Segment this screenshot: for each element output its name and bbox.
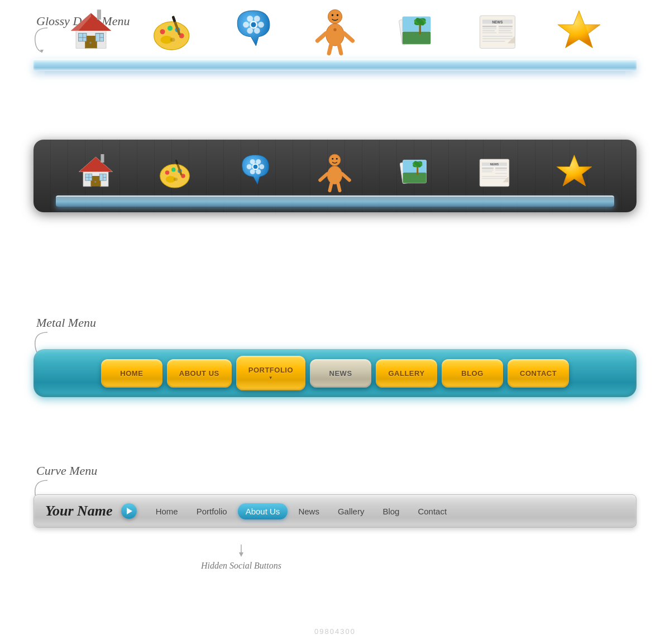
dock-icon-home[interactable] (66, 6, 116, 56)
dark-chat-icon (234, 151, 276, 193)
dark-dock-home[interactable] (75, 151, 117, 193)
dark-dock-news[interactable]: NEWS (473, 151, 515, 193)
svg-rect-62 (482, 39, 513, 40)
dark-dock-star[interactable] (553, 151, 595, 193)
svg-rect-121 (482, 178, 507, 179)
svg-rect-120 (482, 176, 507, 177)
svg-point-91 (256, 159, 261, 164)
glossy-shelf-reflection (45, 71, 625, 77)
svg-line-35 (344, 34, 352, 41)
dark-dock-person[interactable] (314, 151, 356, 193)
metal-btn-blog[interactable]: BLOG (442, 359, 503, 388)
svg-rect-22 (171, 16, 176, 22)
svg-rect-54 (482, 28, 496, 30)
svg-rect-85 (175, 159, 179, 165)
svg-point-86 (174, 178, 178, 181)
svg-rect-74 (103, 177, 106, 178)
metal-btn-home[interactable]: HOME (101, 359, 162, 388)
dock-icon-news[interactable]: NEWS (472, 6, 523, 56)
dark-dock-gallery[interactable] (394, 151, 436, 193)
curve-nav: Home Portfolio About Us News Gallery Blo… (148, 503, 625, 519)
svg-line-37 (339, 45, 341, 53)
svg-rect-6 (83, 34, 83, 41)
curve-nav-contact[interactable]: Contact (410, 503, 454, 519)
svg-point-39 (337, 14, 339, 16)
dock-icon-palette[interactable] (147, 6, 198, 56)
metal-btn-contact[interactable]: CONTACT (508, 359, 569, 388)
curve-play-button[interactable] (121, 503, 137, 519)
palette-icon (147, 6, 198, 56)
svg-point-93 (256, 169, 261, 174)
dock-icon-chat[interactable] (228, 6, 279, 56)
svg-rect-8 (99, 37, 103, 38)
svg-rect-106 (403, 173, 427, 183)
svg-point-18 (168, 26, 173, 31)
curve-nav-about[interactable]: About Us (238, 503, 288, 519)
curve-nav-news[interactable]: News (290, 503, 327, 519)
dark-dock-chat[interactable]: Blog (234, 151, 276, 193)
svg-point-23 (170, 38, 175, 42)
dock-icon-gallery[interactable]: Image Gallery (391, 6, 442, 56)
dark-star-icon (553, 151, 595, 193)
svg-line-34 (317, 34, 326, 41)
curve-menu-section: Curve Menu (36, 464, 97, 489)
metal-menu-label: Metal Menu (36, 316, 96, 330)
dark-dock-icons: Blog (56, 151, 614, 193)
dark-palette-icon (155, 151, 197, 193)
svg-text:NEWS: NEWS (490, 163, 499, 166)
metal-btn-news[interactable]: NEWS (310, 359, 371, 388)
svg-point-80 (165, 170, 170, 175)
curve-nav-gallery[interactable]: Gallery (330, 503, 372, 519)
svg-rect-55 (482, 30, 495, 31)
svg-point-30 (254, 28, 260, 34)
svg-point-92 (250, 169, 255, 174)
svg-rect-4 (78, 34, 86, 41)
dark-gallery-icon (394, 151, 436, 193)
svg-marker-126 (239, 552, 243, 557)
curve-nav-blog[interactable]: Blog (375, 503, 407, 519)
svg-point-12 (89, 42, 92, 44)
person-icon (310, 6, 360, 56)
metal-btn-gallery[interactable]: GALLERY (376, 359, 437, 388)
dark-dock-palette[interactable] (155, 151, 197, 193)
metal-btn-about[interactable]: ABOUT US (167, 359, 232, 388)
svg-point-27 (247, 16, 253, 22)
svg-line-99 (330, 184, 332, 191)
svg-rect-119 (495, 173, 507, 174)
svg-point-38 (332, 14, 334, 16)
svg-point-90 (250, 159, 255, 164)
metal-btn-portfolio[interactable]: PORTFOLIO ▼ (236, 356, 305, 390)
curve-nav-portfolio[interactable]: Portfolio (189, 503, 235, 519)
svg-point-76 (94, 181, 96, 183)
svg-rect-10 (99, 34, 103, 34)
gallery-icon (391, 6, 442, 56)
dock-icon-star[interactable] (554, 6, 604, 56)
svg-point-31 (251, 22, 256, 27)
svg-rect-13 (97, 9, 101, 20)
svg-point-25 (243, 22, 249, 28)
svg-rect-116 (482, 171, 492, 173)
svg-rect-114 (482, 168, 494, 169)
svg-point-17 (160, 29, 165, 34)
svg-rect-57 (499, 26, 513, 27)
dropdown-arrow-icon: ▼ (248, 375, 293, 380)
dock-icon-person[interactable] (310, 6, 360, 56)
svg-line-36 (329, 45, 331, 53)
svg-point-102 (336, 158, 338, 160)
svg-rect-11 (99, 34, 100, 41)
curve-nav-home[interactable]: Home (148, 503, 186, 519)
curve-menu-label: Curve Menu (36, 464, 97, 478)
glossy-shelf (34, 59, 636, 71)
glossy-dock-icons: Image Gallery NEWS (34, 6, 636, 56)
dark-dock-section: Blog (34, 140, 636, 212)
hidden-social-arrow (236, 545, 247, 559)
dark-home-icon (75, 151, 117, 193)
svg-rect-9 (95, 34, 99, 34)
svg-line-97 (320, 174, 328, 180)
watermark: 09804300 (314, 627, 356, 636)
svg-point-26 (258, 22, 264, 28)
svg-rect-58 (499, 28, 513, 30)
metal-bar: HOME ABOUT US PORTFOLIO ▼ NEWS GALLERY B… (34, 349, 636, 397)
dark-newspaper-icon: NEWS (473, 151, 515, 193)
svg-point-81 (171, 168, 176, 172)
